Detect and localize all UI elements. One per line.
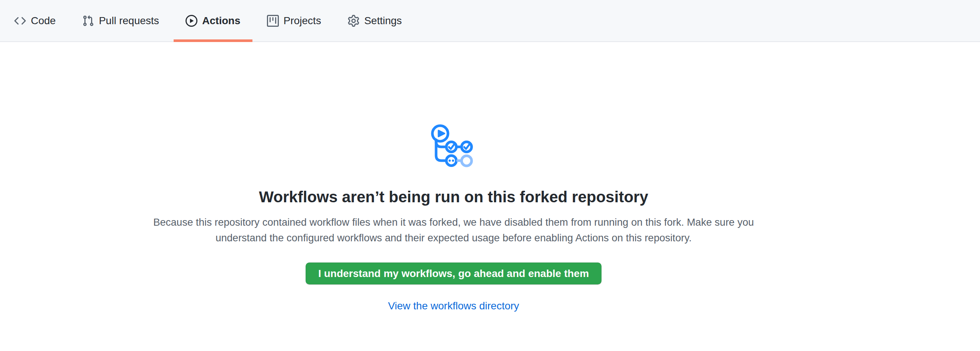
gear-icon <box>348 15 360 27</box>
enable-workflows-button[interactable]: I understand my workflows, go ahead and … <box>305 262 601 284</box>
tab-projects[interactable]: Projects <box>255 0 333 41</box>
view-workflows-directory-link[interactable]: View the workflows directory <box>388 300 519 312</box>
tab-pull-requests[interactable]: Pull requests <box>70 0 171 41</box>
tab-settings-label: Settings <box>364 16 402 26</box>
empty-state: Workflows aren’t being run on this forke… <box>0 124 907 312</box>
tab-code[interactable]: Code <box>2 0 68 41</box>
empty-state-description: Because this repository contained workfl… <box>149 214 759 246</box>
page-title: Workflows aren’t being run on this forke… <box>259 187 648 207</box>
workflow-graph-icon <box>431 124 476 170</box>
play-circle-icon <box>186 15 197 27</box>
tab-actions-label: Actions <box>202 16 240 26</box>
tab-projects-label: Projects <box>284 16 321 26</box>
actions-empty-state-page: Workflows aren’t being run on this forke… <box>0 42 980 312</box>
tab-code-label: Code <box>31 16 56 26</box>
code-icon <box>14 15 26 27</box>
project-icon <box>267 15 279 27</box>
tab-settings[interactable]: Settings <box>336 0 414 41</box>
tab-actions[interactable]: Actions <box>173 0 253 41</box>
repo-tab-nav: Code Pull requests Actions Projects Sett… <box>0 0 980 42</box>
tab-pull-requests-label: Pull requests <box>99 16 159 26</box>
git-pull-request-icon <box>82 15 94 27</box>
